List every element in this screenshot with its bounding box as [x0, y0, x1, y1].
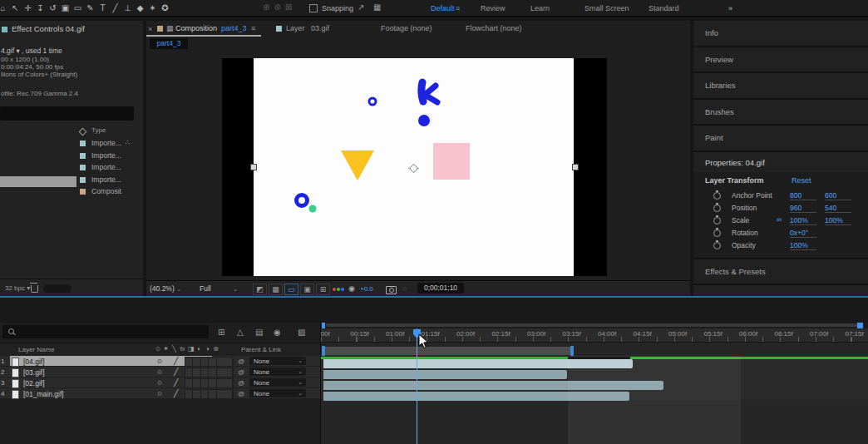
layer-left-handle[interactable] — [250, 164, 257, 170]
flowchart-tab[interactable]: Flowchart (none) — [466, 24, 522, 32]
world-axis-mode-icon[interactable]: ⊛ — [274, 2, 280, 12]
parent-dropdown[interactable]: None ⌄ — [249, 389, 306, 397]
rotation-value[interactable]: 0x+0° — [790, 229, 816, 238]
always-preview-icon[interactable]: ◩ — [253, 284, 267, 295]
effect-controls-tab[interactable]: Effect Controls 04.gif — [12, 24, 85, 33]
mask-visibility-icon[interactable]: ▣ — [300, 284, 314, 295]
properties-panel-header[interactable]: Properties: 04.gif — [693, 151, 868, 173]
reset-link[interactable]: Reset — [792, 176, 811, 185]
workspace-tab-default[interactable]: Default — [431, 4, 455, 12]
view-axis-mode-icon[interactable]: ⊠ — [285, 2, 292, 12]
frame-blend-column-icon[interactable]: ◨ — [188, 345, 194, 353]
pickwhip-icon[interactable]: @ — [238, 390, 244, 397]
panel-menu-icon[interactable]: ≡ — [251, 24, 255, 32]
anchor-point-x-value[interactable]: 800 — [790, 191, 816, 200]
composition-canvas[interactable] — [254, 58, 574, 276]
snapshot-camera-icon[interactable] — [386, 286, 397, 294]
type-tool-icon[interactable]: T — [96, 3, 109, 12]
project-item-row[interactable]: Importe... — [0, 175, 143, 187]
blue-dot-shape[interactable] — [418, 115, 430, 126]
navigator-channel[interactable] — [326, 323, 858, 327]
transparency-grid-icon[interactable]: ▦ — [269, 284, 283, 295]
pink-square-shape[interactable] — [433, 143, 470, 180]
layer-label-icon[interactable] — [12, 379, 19, 388]
effects-presets-header[interactable]: Effects & Presets — [693, 258, 868, 285]
position-x-value[interactable]: 960 — [790, 204, 816, 213]
pen-tool-icon[interactable]: ✎ — [84, 3, 96, 12]
blue-squiggle-arm[interactable] — [425, 86, 437, 102]
link-icon[interactable]: ∞ — [777, 215, 782, 224]
parent-dropdown[interactable]: None ⌄ — [249, 368, 306, 376]
collapsed-panel-header[interactable]: Info — [693, 21, 868, 47]
trash-icon[interactable] — [31, 285, 38, 293]
workspace-menu-icon[interactable]: ≡ — [456, 4, 460, 12]
breadcrumb[interactable]: part4_3 — [150, 38, 188, 49]
small-blue-ring-shape[interactable] — [369, 98, 376, 105]
layer-name[interactable]: [02.gif] — [23, 379, 45, 387]
layer-right-handle[interactable] — [572, 164, 579, 170]
exposure-value[interactable]: +0.0 — [360, 285, 373, 293]
zoom-tool-icon[interactable]: ↧ — [34, 3, 47, 12]
work-area-bar[interactable] — [323, 347, 572, 355]
green-dot-shape[interactable] — [309, 205, 317, 213]
project-item-row[interactable]: Importe... ∴ — [0, 138, 143, 150]
anchor-point-y-value[interactable]: 600 — [825, 191, 851, 200]
navigator-end-handle[interactable] — [857, 323, 863, 328]
collapse-column-icon[interactable]: ✶ — [163, 345, 169, 353]
layer-label-icon[interactable] — [12, 368, 19, 377]
bold-blue-ring-shape[interactable] — [297, 195, 308, 206]
local-axis-mode-icon[interactable]: ⊕ — [263, 2, 269, 12]
graph-editor-icon[interactable]: ▧ — [298, 328, 305, 337]
opacity-value[interactable]: 100% — [790, 241, 816, 250]
layer-name[interactable]: [04.gif] — [23, 358, 45, 366]
stopwatch-icon[interactable] — [713, 242, 721, 249]
exposure-icon[interactable]: ◉ — [348, 284, 355, 293]
magnification-dropdown[interactable]: (40.2%) ⌄ — [150, 284, 181, 293]
layer-duration-bar-03[interactable] — [323, 370, 567, 379]
shy-toggle-icon[interactable]: ☺ — [156, 390, 163, 397]
layer-switches-grid[interactable] — [185, 378, 234, 388]
navigator-start-handle[interactable] — [322, 323, 325, 328]
collapsed-panel-header[interactable]: Libraries — [693, 73, 868, 100]
parent-dropdown[interactable]: None ⌄ — [249, 378, 306, 387]
shy-toggle-icon[interactable]: ☺ — [156, 368, 163, 376]
composition-tab-name[interactable]: part4_3 — [221, 24, 247, 32]
mini-flowchart-icon[interactable]: ⊞ — [218, 328, 224, 337]
workspace-tab-learn[interactable]: Learn — [530, 4, 550, 12]
stopwatch-icon[interactable] — [713, 205, 721, 212]
quality-toggle-icon[interactable]: ╱ — [174, 389, 178, 397]
camera-tool-icon[interactable]: ▣ — [59, 3, 72, 12]
draft-3d-icon[interactable]: △ — [237, 328, 244, 337]
shy-toggle-icon[interactable]: ☺ — [156, 358, 163, 365]
grid-guides-icon[interactable]: ⊞ — [316, 284, 330, 295]
collapsed-panel-header[interactable]: Preview — [693, 47, 868, 74]
layer-row[interactable]: 1 [04.gif] ☺ ╱ @ None ⌄ — [0, 356, 320, 367]
adjustment-column-icon[interactable]: ◑ — [205, 345, 210, 353]
layer-switches-grid[interactable] — [185, 357, 234, 367]
layer-name-column-header[interactable]: Layer Name — [18, 346, 55, 353]
type-column-header[interactable]: Type — [91, 126, 106, 134]
composition-tab[interactable]: Composition — [175, 24, 217, 32]
motion-blur-icon[interactable]: ◉ — [274, 328, 281, 337]
layer-name[interactable]: [01_main.gif] — [23, 390, 64, 398]
eraser-tool-icon[interactable]: ◆ — [134, 3, 146, 12]
scale-x-value[interactable]: 100% — [790, 216, 816, 225]
collapsed-panel-header[interactable]: Paint — [693, 126, 868, 152]
parent-dropdown[interactable]: None ⌄ — [249, 357, 306, 365]
fx-column-icon[interactable]: fx — [180, 345, 185, 353]
home-icon[interactable]: ⌂ — [0, 3, 9, 12]
preview-timecode[interactable]: 0;00;01;10 — [417, 283, 464, 294]
show-channel-icon[interactable] — [333, 288, 336, 291]
puppet-pin-tool-icon[interactable]: ✪ — [159, 3, 171, 12]
workspace-tab-review[interactable]: Review — [481, 4, 506, 12]
snapping-label[interactable]: Snapping — [322, 4, 353, 12]
bit-depth-label[interactable]: 32 bpc ▾ — [5, 284, 30, 292]
snap-options-icon[interactable]: ▦ — [373, 2, 381, 12]
layer-row[interactable]: 4 [01_main.gif] ☺ ╱ @ None ⌄ — [0, 388, 320, 399]
collapsed-panel-header[interactable]: Brushes — [693, 100, 868, 126]
motion-blur-column-icon[interactable]: ◐ — [196, 345, 202, 353]
layer-tab-name[interactable]: 03.gif — [311, 24, 329, 32]
rotate-tool-icon[interactable]: ↺ — [47, 3, 59, 12]
hand-tool-icon[interactable]: ✛ — [22, 3, 34, 12]
layer-tab[interactable]: Layer — [286, 24, 305, 32]
